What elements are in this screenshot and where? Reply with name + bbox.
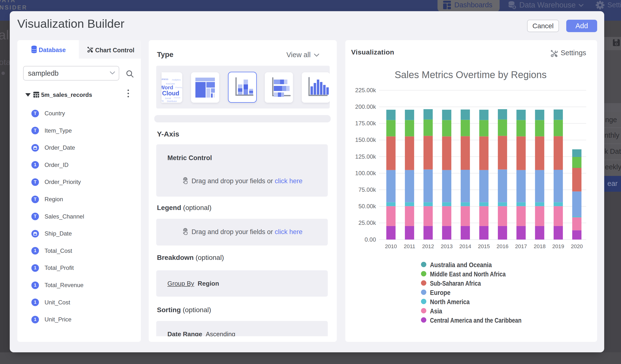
svg-text:2020: 2020 [571,243,583,249]
svg-text:100.00k: 100.00k [355,170,376,176]
svg-text:200.00k: 200.00k [355,104,376,110]
svg-text:2012: 2012 [422,243,434,249]
svg-text:Sales Metrics Overtime by Regi: Sales Metrics Overtime by Regions [395,69,547,80]
svg-text:2018: 2018 [534,243,546,249]
svg-text:2014: 2014 [459,243,471,249]
svg-text:2017: 2017 [515,243,527,249]
svg-text:75.00k: 75.00k [359,186,376,193]
svg-text:Asia: Asia [430,308,442,315]
svg-text:150.00k: 150.00k [355,137,376,143]
svg-text:50.00k: 50.00k [359,203,376,209]
svg-text:225.00k: 225.00k [355,87,376,93]
svg-text:0.00: 0.00 [364,236,376,243]
svg-text:Sub-Saharan Africa: Sub-Saharan Africa [430,280,481,287]
svg-text:2016: 2016 [496,243,508,249]
svg-text:125.00k: 125.00k [355,153,376,160]
svg-text:2013: 2013 [441,243,453,249]
svg-text:2011: 2011 [404,243,415,249]
svg-text:25.00k: 25.00k [359,220,376,226]
svg-text:2015: 2015 [478,243,490,249]
svg-text:Europe: Europe [430,289,450,296]
svg-text:Central America and the Caribb: Central America and the Caribbean [430,317,521,324]
svg-text:Middle East and North Africa: Middle East and North Africa [430,271,506,278]
svg-text:2019: 2019 [552,243,564,249]
svg-text:North America: North America [430,298,470,306]
svg-text:2010: 2010 [385,243,397,249]
svg-text:175.00k: 175.00k [355,120,376,126]
svg-text:Australia and Oceania: Australia and Oceania [430,261,492,269]
